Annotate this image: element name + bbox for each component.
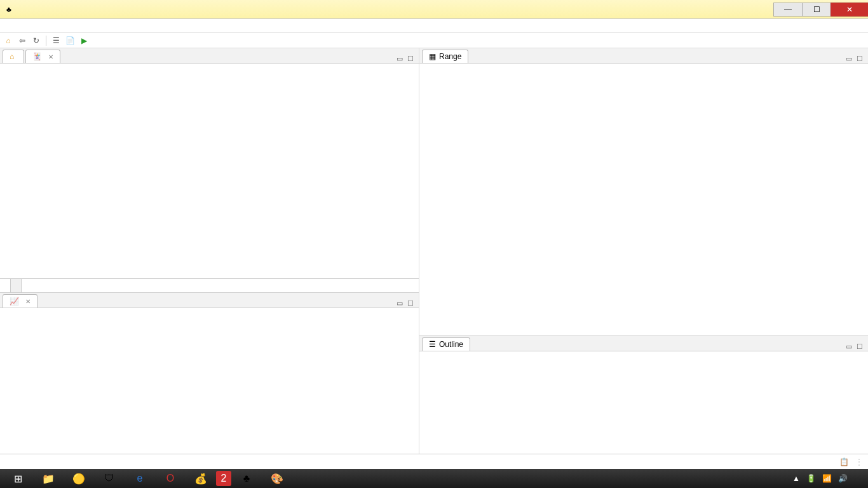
paint-icon[interactable]: 🎨 [262, 470, 292, 487]
chart-xlabel [0, 451, 419, 454]
chrome-icon[interactable]: 🟡 [64, 470, 94, 487]
maximize-button[interactable]: ☐ [802, 3, 831, 17]
strategy-bottom-tabs [0, 278, 419, 292]
document-icon[interactable]: 📄 [64, 35, 76, 46]
close-button[interactable]: ✕ [831, 3, 868, 17]
taskbar: ⊞ 📁 🟡 🛡 e O 💰 2 ♣ 🎨 ▲ 🔋 📶 🔊 [0, 469, 868, 488]
battery-icon[interactable]: 🔋 [806, 474, 816, 483]
titlebar: ♣ — ☐ ✕ [0, 0, 868, 19]
left-tabbar: ⌂ 🃏✕ ▭ ☐ [0, 48, 419, 64]
close-icon[interactable]: ✕ [25, 298, 31, 305]
list-icon[interactable]: ☰ [50, 35, 62, 46]
outline-tab-label: Outline [439, 340, 463, 349]
app2-icon[interactable]: 2 [216, 471, 231, 486]
quick-graph-pane: 📈✕ ▭ ☐ [0, 292, 419, 454]
play-icon[interactable]: ▶ [78, 35, 90, 46]
hrc-icon[interactable]: ♣ [231, 470, 262, 487]
quick-graph-chart [27, 313, 411, 449]
volume-icon[interactable]: 🔊 [838, 474, 848, 483]
refresh-icon[interactable]: ↻ [31, 35, 42, 46]
minimize-button[interactable]: — [773, 3, 803, 17]
wifi-icon[interactable]: 📶 [822, 474, 832, 483]
ie-icon[interactable]: e [125, 470, 155, 487]
close-icon[interactable]: ✕ [48, 53, 53, 60]
app-icon: ♣ [0, 5, 18, 14]
view-controls[interactable]: ▭ ☐ [397, 55, 415, 63]
statusbar: 📋⋮ [0, 454, 868, 469]
tab-outline[interactable]: ☰Outline [422, 337, 470, 351]
view-controls[interactable]: ▭ ☐ [846, 55, 864, 63]
explorer-icon[interactable]: 📁 [33, 470, 64, 487]
coins-icon[interactable]: 💰 [186, 470, 216, 487]
tray-chevron-icon[interactable]: ▲ [792, 474, 800, 483]
view-controls[interactable]: ▭ ☐ [397, 299, 415, 308]
tab-home[interactable]: ⌂ [3, 50, 24, 63]
range-header [419, 64, 868, 69]
tab-strategy-table[interactable] [0, 279, 11, 292]
toolbar-separator [46, 36, 46, 46]
view-controls[interactable]: ▭ ☐ [846, 342, 864, 351]
range-grid[interactable] [419, 69, 868, 71]
tab-hand1[interactable]: 🃏✕ [25, 50, 60, 63]
status-icon[interactable]: 📋 [839, 458, 849, 466]
toolbar: ⌂ ⇦ ↻ ☰ 📄 ▶ [0, 33, 868, 48]
back-icon[interactable]: ⇦ [17, 35, 28, 46]
opera-icon[interactable]: O [155, 470, 186, 487]
menubar [0, 19, 868, 33]
home-icon[interactable]: ⌂ [3, 35, 14, 46]
tab-quick-graph[interactable]: 📈✕ [3, 294, 37, 308]
tab-game-tree[interactable] [11, 279, 22, 292]
start-button[interactable]: ⊞ [3, 470, 33, 487]
range-tab-label: Range [439, 52, 461, 61]
tab-range[interactable]: ▦Range [422, 50, 468, 63]
shield-icon[interactable]: 🛡 [94, 470, 125, 487]
strategy-table-pane [0, 64, 419, 292]
